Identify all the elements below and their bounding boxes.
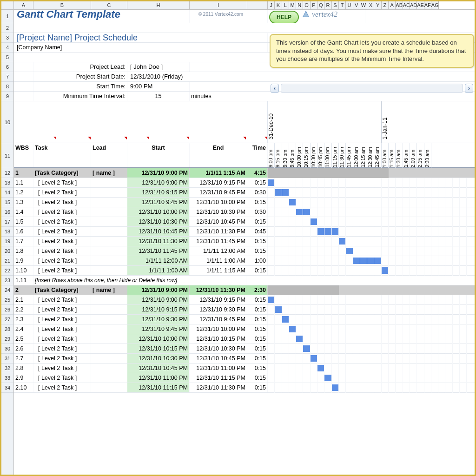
row-28[interactable]: 28 <box>1 324 13 334</box>
task-cell[interactable]: [ Level 2 Task ] <box>33 295 91 304</box>
col-C[interactable]: C <box>91 1 127 9</box>
col-B[interactable]: B <box>33 1 91 9</box>
col-K[interactable]: K <box>275 1 282 9</box>
start-cell[interactable]: 12/31/10 9:15 PM <box>127 305 190 314</box>
scroll-right-button[interactable]: › <box>465 84 473 93</box>
end-cell[interactable]: 12/31/10 10:15 PM <box>190 334 247 344</box>
col-AD[interactable]: AD <box>410 1 417 9</box>
lead-cell[interactable] <box>91 256 127 265</box>
start-cell[interactable]: 12/31/10 11:30 PM <box>127 237 190 246</box>
row-30[interactable]: 30 <box>1 344 13 354</box>
lead-cell[interactable] <box>91 198 127 207</box>
col-T[interactable]: T <box>339 1 346 9</box>
wbs-cell[interactable]: 1.7 <box>14 237 33 246</box>
col-I[interactable]: I <box>190 1 247 9</box>
col-AC[interactable]: AC <box>403 1 410 9</box>
lead-cell[interactable] <box>91 315 127 324</box>
row-15[interactable]: 15 <box>1 198 13 207</box>
lead-cell[interactable] <box>91 324 127 334</box>
start-cell[interactable]: 1/1/11 12:00 AM <box>127 256 190 265</box>
end-cell[interactable]: 12/31/10 9:15 PM <box>190 178 247 187</box>
wbs-cell[interactable]: 2.3 <box>14 315 33 324</box>
row-21[interactable]: 21 <box>1 256 13 266</box>
row-14[interactable]: 14 <box>1 188 13 198</box>
help-button[interactable]: HELP <box>269 11 299 23</box>
task-cell[interactable]: [Task Category] <box>33 285 91 295</box>
lead-cell[interactable] <box>91 266 127 275</box>
start-time-value[interactable]: 9:00 PM <box>127 82 190 91</box>
col-A[interactable]: A <box>14 1 33 9</box>
start-cell[interactable]: 12/31/10 10:45 PM <box>127 227 190 236</box>
wbs-cell[interactable]: 1.1 <box>14 178 33 187</box>
row-4[interactable]: 4 <box>1 43 13 53</box>
row-27[interactable]: 27 <box>1 315 13 324</box>
wbs-cell[interactable]: 2.10 <box>14 383 33 392</box>
end-cell[interactable]: 12/31/10 11:30 PM <box>190 383 247 392</box>
row-19[interactable]: 19 <box>1 237 13 246</box>
lead-cell[interactable] <box>91 334 127 344</box>
lead-cell[interactable] <box>91 227 127 236</box>
row-6[interactable]: 6 <box>1 62 13 72</box>
table-row[interactable]: 2.2[ Level 2 Task ]12/31/10 9:15 PM12/31… <box>14 305 475 315</box>
company-name[interactable]: [Company Name] <box>14 43 268 52</box>
row-31[interactable]: 31 <box>1 354 13 364</box>
lead-cell[interactable] <box>91 178 127 187</box>
start-cell[interactable]: 12/31/10 10:45 PM <box>127 364 190 373</box>
row-23[interactable]: 23 <box>1 276 13 285</box>
time-cell[interactable]: 2:30 <box>247 285 268 295</box>
col-U[interactable]: U <box>346 1 353 9</box>
task-cell[interactable]: [ Level 2 Task ] <box>33 324 91 334</box>
col-A[interactable]: A <box>389 1 396 9</box>
col-X[interactable]: X <box>367 1 374 9</box>
scroll-left-button[interactable]: ‹ <box>271 84 279 93</box>
end-cell[interactable]: 1/1/11 12:00 AM <box>190 246 247 256</box>
time-cell[interactable]: 0:15 <box>247 373 268 383</box>
col-time[interactable] <box>247 1 268 9</box>
col-AG[interactable]: AG <box>431 1 438 9</box>
end-cell[interactable]: 12/31/10 9:15 PM <box>190 295 247 304</box>
task-cell[interactable]: [Task Category] <box>33 168 91 178</box>
col-J[interactable]: J <box>268 1 275 9</box>
start-cell[interactable]: 12/31/10 9:00 PM <box>127 285 190 295</box>
wbs-cell[interactable]: 2.2 <box>14 305 33 314</box>
lead-cell[interactable] <box>91 237 127 246</box>
end-cell[interactable]: 12/31/10 10:30 PM <box>190 344 247 353</box>
table-row[interactable]: 1.7[ Level 2 Task ]12/31/10 11:30 PM12/3… <box>14 237 475 246</box>
end-cell[interactable]: 12/31/10 11:00 PM <box>190 364 247 373</box>
row-9[interactable]: 9 <box>1 92 13 101</box>
lead-cell[interactable] <box>91 344 127 353</box>
table-row[interactable]: 1.5[ Level 2 Task ]12/31/10 10:30 PM12/3… <box>14 217 475 227</box>
row-11[interactable]: 11 <box>1 143 13 168</box>
time-cell[interactable]: 0:15 <box>247 334 268 344</box>
col-AE[interactable]: AE <box>417 1 424 9</box>
wbs-cell[interactable]: 2.8 <box>14 364 33 373</box>
wbs-cell[interactable]: 1.6 <box>14 227 33 236</box>
table-row[interactable]: 2.1[ Level 2 Task ]12/31/10 9:00 PM12/31… <box>14 295 475 305</box>
start-cell[interactable]: 12/31/10 11:45 PM <box>127 246 190 256</box>
table-row[interactable]: 1.9[ Level 2 Task ]1/1/11 12:00 AM1/1/11… <box>14 256 475 266</box>
table-row[interactable]: 1.3[ Level 2 Task ]12/31/10 9:45 PM12/31… <box>14 198 475 207</box>
start-cell[interactable]: 12/31/10 9:00 PM <box>127 168 190 178</box>
col-M[interactable]: M <box>289 1 296 9</box>
row-13[interactable]: 13 <box>1 178 13 188</box>
wbs-cell[interactable]: 2.5 <box>14 334 33 344</box>
time-cell[interactable]: 4:15 <box>247 168 268 178</box>
col-L[interactable]: L <box>282 1 289 9</box>
wbs-cell[interactable]: 1.3 <box>14 198 33 207</box>
end-cell[interactable]: 12/31/10 11:30 PM <box>190 227 247 236</box>
start-date-value[interactable]: 12/31/2010 (Friday) <box>127 72 247 81</box>
lead-cell[interactable] <box>91 217 127 226</box>
time-cell[interactable]: 0:15 <box>247 237 268 246</box>
task-cell[interactable]: [ Level 2 Task ] <box>33 354 91 363</box>
start-cell[interactable]: 12/31/10 10:00 PM <box>127 207 190 217</box>
end-cell[interactable]: 12/31/10 11:30 PM <box>190 285 247 295</box>
end-cell[interactable]: 12/31/10 9:45 PM <box>190 188 247 197</box>
task-cell[interactable]: [ Level 2 Task ] <box>33 344 91 353</box>
lead-cell[interactable] <box>91 207 127 217</box>
wbs-cell[interactable]: 1.9 <box>14 256 33 265</box>
start-cell[interactable]: 12/31/10 9:15 PM <box>127 188 190 197</box>
wbs-cell[interactable]: 1.4 <box>14 207 33 217</box>
row-33[interactable]: 33 <box>1 373 13 383</box>
col-N[interactable]: N <box>296 1 303 9</box>
task-cell[interactable]: [ Level 2 Task ] <box>33 315 91 324</box>
